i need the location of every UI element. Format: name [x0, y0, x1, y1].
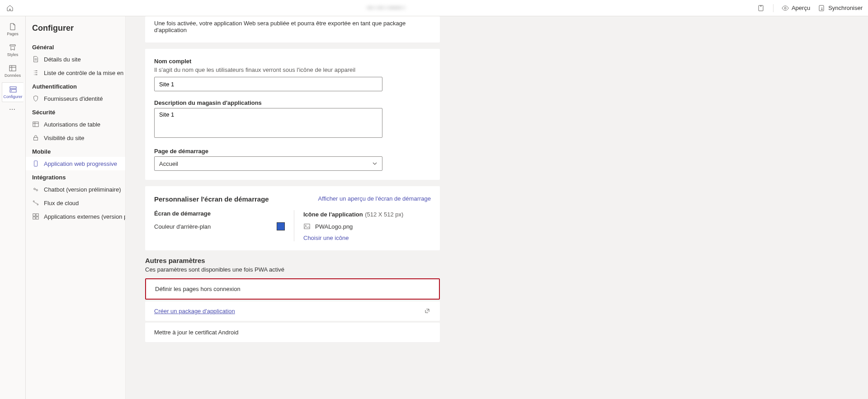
nav-external-apps[interactable]: Applications externes (version prél... [26, 210, 125, 223]
svg-rect-3 [9, 66, 16, 71]
svg-rect-2 [819, 5, 824, 11]
nav-chatbot[interactable]: Chatbot (version préliminaire) [26, 183, 125, 196]
svg-rect-16 [36, 214, 38, 216]
create-package-link[interactable]: Créer un package d'application [154, 308, 235, 315]
appicon-label: Icône de l'application [303, 211, 363, 218]
startpage-label: Page de démarrage [154, 148, 431, 155]
nav-rail: Pages Styles Données Configurer ⋯ [0, 16, 26, 399]
svg-rect-8 [34, 137, 38, 140]
update-cert-link[interactable]: Mettre à jour le certificat Android [154, 329, 238, 336]
config-sidepanel: Configurer Général Détails du site Liste… [26, 16, 126, 399]
startpage-select[interactable]: Accueil [154, 156, 382, 171]
flow-icon [32, 199, 39, 207]
app-title-blur: ••• • ••• • ••••••• • [367, 5, 405, 11]
feedback-icon[interactable] [758, 5, 765, 12]
rail-data[interactable]: Données [2, 61, 24, 80]
nav-site-visibility[interactable]: Visibilité du site [26, 131, 125, 145]
appicon-size: (512 X 512 px) [365, 211, 403, 218]
rail-configure[interactable]: Configurer [2, 82, 24, 102]
table-icon [32, 121, 39, 128]
svg-rect-18 [36, 217, 38, 219]
data-icon [9, 64, 17, 72]
nav-site-details[interactable]: Détails du site [26, 52, 125, 66]
update-cert-box[interactable]: Mettre à jour le certificat Android [145, 323, 440, 342]
enable-note: Une fois activée, votre application Web … [154, 20, 431, 33]
group-security: Sécurité [26, 105, 125, 117]
enable-card: Une fois activée, votre application Web … [145, 16, 440, 42]
nav-table-permissions[interactable]: Autorisations de table [26, 117, 125, 131]
preview-button[interactable]: Aperçu [782, 5, 810, 12]
mobile-icon [32, 160, 39, 167]
group-integrations: Intégrations [26, 170, 125, 183]
svg-rect-4 [10, 87, 16, 89]
home-icon[interactable] [5, 4, 14, 13]
sync-button[interactable]: Synchroniser [818, 5, 863, 12]
nav-identity-providers[interactable]: Fournisseurs d'identité [26, 92, 125, 105]
svg-point-11 [34, 188, 36, 190]
group-auth: Authentification [26, 80, 125, 92]
splash-start-label: Écran de démarrage [154, 210, 285, 217]
rail-more[interactable]: ⋯ [9, 106, 16, 113]
chatbot-icon [32, 186, 39, 193]
divider [773, 4, 774, 12]
svg-rect-19 [304, 224, 310, 229]
other-settings-title: Autres paramètres [145, 257, 440, 264]
external-link-icon [425, 308, 431, 315]
fullname-label: Nom complet [154, 58, 431, 65]
svg-rect-7 [33, 122, 38, 127]
offline-pages-link[interactable]: Définir les pages hors connexion [155, 286, 241, 292]
choose-icon-link[interactable]: Choisir une icône [303, 235, 403, 241]
configure-icon [9, 85, 17, 94]
pages-icon [9, 23, 17, 31]
nav-pwa[interactable]: Application web progressive [26, 157, 125, 170]
app-details-card: Nom complet Il s'agit du nom que les uti… [145, 49, 440, 180]
appicon-filename: PWALogo.png [315, 223, 353, 230]
topbar: ••• • ••• • ••••••• • Aperçu Synchronise… [0, 0, 868, 16]
document-icon [32, 56, 39, 63]
storedesc-textarea[interactable]: Site 1 [154, 108, 382, 138]
svg-point-10 [36, 165, 36, 166]
other-settings-note: Ces paramètres sont disponibles une fois… [145, 266, 440, 273]
rail-pages[interactable]: Pages [2, 20, 24, 39]
content-scroll[interactable]: Une fois activée, votre application Web … [126, 16, 868, 399]
page-title: Configurer [26, 23, 125, 40]
splash-preview-link[interactable]: Afficher un aperçu de l'écran de démarra… [318, 195, 431, 202]
rail-styles[interactable]: Styles [2, 41, 24, 60]
bgcolor-swatch[interactable] [277, 222, 285, 230]
chevron-down-icon [372, 161, 377, 166]
image-icon [303, 223, 311, 230]
offline-pages-box[interactable]: Définir les pages hors connexion [145, 278, 440, 300]
svg-point-12 [36, 189, 38, 191]
splash-title: Personnaliser l'écran de démarrage [154, 195, 269, 203]
svg-point-20 [306, 225, 307, 226]
checklist-icon [32, 69, 39, 76]
bgcolor-label: Couleur d'arrière-plan [154, 223, 211, 230]
group-mobile: Mobile [26, 145, 125, 157]
svg-rect-17 [33, 217, 35, 219]
svg-point-1 [784, 7, 786, 9]
fullname-help: Il s'agit du nom que les utilisateurs fi… [154, 66, 431, 73]
apps-icon [32, 213, 39, 220]
svg-rect-15 [33, 214, 35, 216]
group-general: Général [26, 40, 125, 52]
svg-point-6 [11, 90, 12, 91]
storedesc-label: Description du magasin d'applications [154, 99, 431, 106]
nav-golive-checklist[interactable]: Liste de contrôle de la mise en ser... [26, 66, 125, 80]
shield-icon [32, 95, 39, 102]
lock-icon [32, 134, 39, 141]
styles-icon [9, 43, 17, 52]
create-package-box[interactable]: Créer un package d'application [145, 301, 440, 321]
splash-card: Personnaliser l'écran de démarrage Affic… [145, 186, 440, 250]
fullname-input[interactable] [154, 77, 382, 91]
nav-cloud-flows[interactable]: Flux de cloud [26, 196, 125, 210]
